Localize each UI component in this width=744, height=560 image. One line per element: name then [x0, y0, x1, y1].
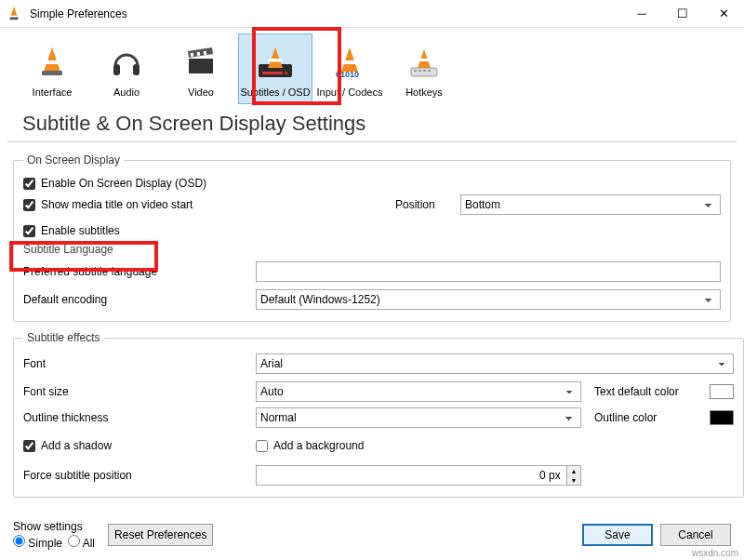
force-pos-input[interactable]	[256, 465, 567, 486]
show-settings-label: Show settings	[13, 520, 95, 533]
font-select[interactable]: Arial	[256, 353, 734, 374]
svg-rect-15	[285, 72, 288, 74]
svg-rect-7	[133, 64, 140, 75]
thickness-select[interactable]: Normal	[256, 407, 581, 428]
page-title: Subtitle & On Screen Display Settings	[7, 104, 737, 142]
show-title-input[interactable]	[23, 199, 35, 211]
tab-interface[interactable]: Interface	[15, 33, 89, 104]
enable-subtitles-label: Enable subtitles	[41, 224, 120, 237]
position-select[interactable]: Bottom	[460, 194, 721, 215]
watermark: wsxdn.com	[692, 548, 738, 558]
svg-text:01010: 01010	[336, 70, 359, 79]
svg-rect-19	[342, 60, 357, 64]
window-close-button[interactable]: ✕	[703, 0, 744, 28]
pref-lang-label: Preferred subtitle language	[23, 265, 256, 278]
encoding-label: Default encoding	[23, 293, 256, 306]
radio-simple[interactable]: Simple	[13, 535, 62, 550]
svg-marker-3	[44, 47, 60, 72]
svg-marker-18	[341, 47, 358, 72]
shadow-label: Add a shadow	[41, 439, 112, 452]
svg-rect-23	[411, 68, 437, 76]
effects-legend: Subtitle effects	[23, 331, 104, 344]
svg-rect-22	[418, 59, 430, 61]
encoding-select[interactable]: Default (Windows-1252)	[256, 289, 721, 310]
tab-hotkeys[interactable]: Hotkeys	[387, 33, 461, 104]
force-pos-label: Force subtitle position	[23, 469, 256, 482]
osd-legend: On Screen Display	[23, 153, 124, 167]
svg-rect-26	[423, 70, 426, 72]
svg-rect-4	[45, 60, 60, 64]
clapper-icon	[182, 38, 219, 87]
outline-color-label: Outline color	[594, 411, 697, 424]
svg-rect-25	[418, 70, 421, 72]
window-minimize-button[interactable]: ─	[621, 0, 662, 28]
tab-label: Input / Codecs	[317, 87, 383, 98]
tab-label: Subtitles / OSD	[240, 87, 310, 98]
reset-button[interactable]: Reset Preferences	[108, 524, 213, 546]
window-title: Simple Preferences	[30, 7, 621, 20]
app-icon	[6, 5, 24, 23]
headphones-icon	[108, 38, 145, 87]
hotkeys-icon	[405, 38, 443, 87]
tab-label: Hotkeys	[405, 87, 443, 98]
svg-rect-27	[428, 70, 431, 72]
show-title-label: Show media title on video start	[41, 198, 193, 211]
outline-color-swatch[interactable]	[710, 410, 734, 425]
svg-rect-6	[113, 64, 120, 75]
svg-rect-1	[10, 15, 17, 17]
font-size-label: Font size	[23, 385, 256, 398]
enable-osd-checkbox[interactable]: Enable On Screen Display (OSD)	[23, 177, 721, 190]
position-label: Position	[395, 198, 460, 211]
enable-osd-input[interactable]	[23, 178, 35, 190]
svg-rect-5	[42, 71, 62, 75]
font-label: Font	[23, 357, 256, 370]
tab-video[interactable]: Video	[164, 33, 238, 104]
background-label: Add a background	[273, 439, 364, 452]
subtitle-language-header: Subtitle Language	[23, 243, 721, 256]
svg-rect-14	[262, 72, 283, 74]
text-color-label: Text default color	[594, 385, 697, 398]
pref-lang-input[interactable]	[256, 261, 721, 282]
radio-all[interactable]: All	[68, 535, 95, 550]
osd-group: On Screen Display Enable On Screen Displ…	[13, 153, 731, 322]
shadow-checkbox[interactable]: Add a shadow	[23, 439, 256, 452]
force-pos-spinner[interactable]: ▲▼	[567, 465, 581, 486]
svg-rect-8	[189, 59, 213, 73]
window-maximize-button[interactable]: ☐	[662, 0, 703, 28]
svg-marker-16	[268, 47, 283, 68]
font-size-select[interactable]: Auto	[256, 381, 581, 402]
svg-rect-2	[10, 17, 19, 20]
cone-icon	[33, 38, 71, 87]
show-title-checkbox[interactable]: Show media title on video start	[23, 198, 395, 211]
tab-codecs[interactable]: 01010 Input / Codecs	[312, 33, 387, 104]
category-toolbar: Interface Audio Video Subtitles / OSD 01…	[0, 28, 744, 104]
tab-label: Interface	[33, 87, 73, 98]
text-color-swatch[interactable]	[710, 384, 734, 399]
tab-audio[interactable]: Audio	[89, 33, 164, 104]
enable-osd-label: Enable On Screen Display (OSD)	[41, 177, 206, 190]
svg-marker-0	[10, 6, 17, 16]
background-input[interactable]	[256, 440, 268, 452]
svg-rect-24	[414, 70, 417, 72]
svg-rect-17	[269, 59, 282, 62]
enable-subtitles-input[interactable]	[23, 225, 35, 237]
codec-icon: 01010	[331, 38, 368, 87]
thickness-label: Outline thickness	[23, 411, 256, 424]
tab-label: Audio	[113, 87, 140, 98]
cancel-button[interactable]: Cancel	[660, 524, 731, 546]
effects-group: Subtitle effects Font Arial Font size Au…	[13, 331, 744, 498]
tab-label: Video	[188, 87, 214, 98]
save-button[interactable]: Save	[582, 524, 653, 546]
shadow-input[interactable]	[23, 440, 35, 452]
window-titlebar: Simple Preferences ─ ☐ ✕	[0, 0, 744, 28]
bottom-bar: Show settings Simple All Reset Preferenc…	[0, 513, 744, 559]
subtitles-icon	[255, 38, 296, 87]
tab-subtitles[interactable]: Subtitles / OSD	[238, 33, 312, 104]
background-checkbox[interactable]: Add a background	[256, 439, 364, 452]
enable-subtitles-checkbox[interactable]: Enable subtitles	[23, 224, 721, 237]
